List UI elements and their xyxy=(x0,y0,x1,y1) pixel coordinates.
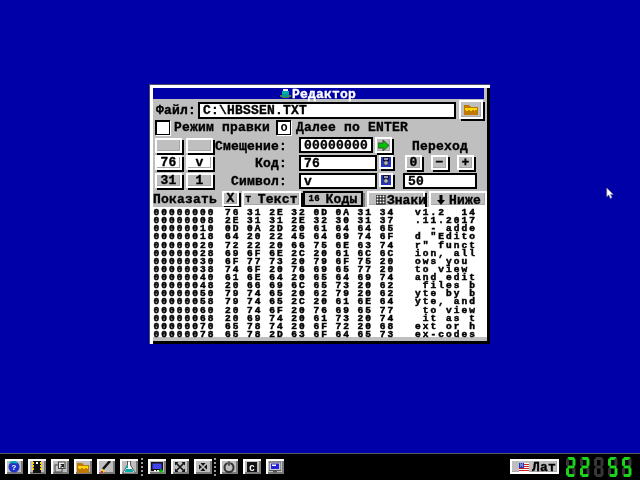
svg-text:C: C xyxy=(249,464,255,474)
svg-text:?: ? xyxy=(12,463,17,472)
